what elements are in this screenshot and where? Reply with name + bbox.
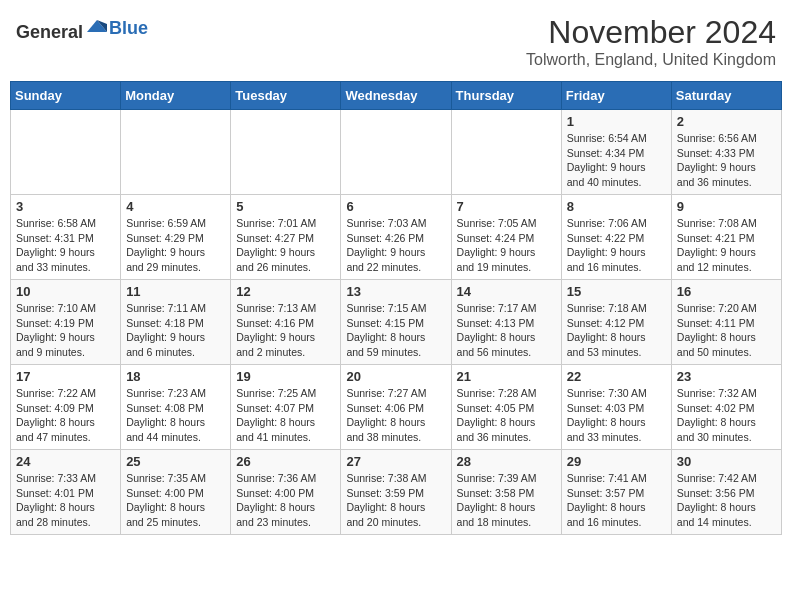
day-number: 30 [677,454,776,469]
logo-icon [85,14,109,38]
day-info: Sunrise: 7:11 AM Sunset: 4:18 PM Dayligh… [126,301,225,360]
calendar-cell: 10Sunrise: 7:10 AM Sunset: 4:19 PM Dayli… [11,280,121,365]
calendar-cell: 14Sunrise: 7:17 AM Sunset: 4:13 PM Dayli… [451,280,561,365]
day-number: 14 [457,284,556,299]
day-info: Sunrise: 7:27 AM Sunset: 4:06 PM Dayligh… [346,386,445,445]
day-info: Sunrise: 7:17 AM Sunset: 4:13 PM Dayligh… [457,301,556,360]
day-info: Sunrise: 7:13 AM Sunset: 4:16 PM Dayligh… [236,301,335,360]
calendar-cell: 6Sunrise: 7:03 AM Sunset: 4:26 PM Daylig… [341,195,451,280]
day-info: Sunrise: 7:33 AM Sunset: 4:01 PM Dayligh… [16,471,115,530]
day-number: 5 [236,199,335,214]
day-info: Sunrise: 7:41 AM Sunset: 3:57 PM Dayligh… [567,471,666,530]
day-number: 25 [126,454,225,469]
day-number: 4 [126,199,225,214]
day-number: 6 [346,199,445,214]
calendar-cell: 1Sunrise: 6:54 AM Sunset: 4:34 PM Daylig… [561,110,671,195]
day-number: 28 [457,454,556,469]
calendar-cell: 3Sunrise: 6:58 AM Sunset: 4:31 PM Daylig… [11,195,121,280]
page-header: General Blue November 2024 Tolworth, Eng… [10,10,782,73]
col-header-tuesday: Tuesday [231,82,341,110]
day-info: Sunrise: 7:10 AM Sunset: 4:19 PM Dayligh… [16,301,115,360]
calendar-cell: 11Sunrise: 7:11 AM Sunset: 4:18 PM Dayli… [121,280,231,365]
calendar-table: SundayMondayTuesdayWednesdayThursdayFrid… [10,81,782,535]
day-info: Sunrise: 7:32 AM Sunset: 4:02 PM Dayligh… [677,386,776,445]
day-number: 20 [346,369,445,384]
calendar-cell: 16Sunrise: 7:20 AM Sunset: 4:11 PM Dayli… [671,280,781,365]
calendar-cell [341,110,451,195]
day-info: Sunrise: 7:30 AM Sunset: 4:03 PM Dayligh… [567,386,666,445]
day-info: Sunrise: 7:35 AM Sunset: 4:00 PM Dayligh… [126,471,225,530]
day-number: 22 [567,369,666,384]
calendar-cell: 8Sunrise: 7:06 AM Sunset: 4:22 PM Daylig… [561,195,671,280]
logo-text: General [16,14,109,43]
calendar-cell: 22Sunrise: 7:30 AM Sunset: 4:03 PM Dayli… [561,365,671,450]
day-number: 15 [567,284,666,299]
calendar-cell: 30Sunrise: 7:42 AM Sunset: 3:56 PM Dayli… [671,450,781,535]
day-number: 12 [236,284,335,299]
calendar-cell: 4Sunrise: 6:59 AM Sunset: 4:29 PM Daylig… [121,195,231,280]
calendar-cell: 13Sunrise: 7:15 AM Sunset: 4:15 PM Dayli… [341,280,451,365]
day-number: 9 [677,199,776,214]
day-info: Sunrise: 7:23 AM Sunset: 4:08 PM Dayligh… [126,386,225,445]
title-area: November 2024 Tolworth, England, United … [526,14,776,69]
calendar-cell: 17Sunrise: 7:22 AM Sunset: 4:09 PM Dayli… [11,365,121,450]
week-row-1: 1Sunrise: 6:54 AM Sunset: 4:34 PM Daylig… [11,110,782,195]
day-info: Sunrise: 7:08 AM Sunset: 4:21 PM Dayligh… [677,216,776,275]
col-header-thursday: Thursday [451,82,561,110]
day-number: 26 [236,454,335,469]
day-number: 8 [567,199,666,214]
logo: General Blue [16,14,148,43]
calendar-cell: 28Sunrise: 7:39 AM Sunset: 3:58 PM Dayli… [451,450,561,535]
month-title: November 2024 [526,14,776,51]
calendar-cell: 15Sunrise: 7:18 AM Sunset: 4:12 PM Dayli… [561,280,671,365]
day-number: 16 [677,284,776,299]
calendar-cell [11,110,121,195]
calendar-cell: 23Sunrise: 7:32 AM Sunset: 4:02 PM Dayli… [671,365,781,450]
calendar-cell: 12Sunrise: 7:13 AM Sunset: 4:16 PM Dayli… [231,280,341,365]
logo-general: General [16,22,83,42]
day-number: 24 [16,454,115,469]
day-number: 18 [126,369,225,384]
day-number: 2 [677,114,776,129]
week-row-2: 3Sunrise: 6:58 AM Sunset: 4:31 PM Daylig… [11,195,782,280]
day-info: Sunrise: 7:38 AM Sunset: 3:59 PM Dayligh… [346,471,445,530]
day-number: 27 [346,454,445,469]
day-info: Sunrise: 7:36 AM Sunset: 4:00 PM Dayligh… [236,471,335,530]
day-info: Sunrise: 7:15 AM Sunset: 4:15 PM Dayligh… [346,301,445,360]
day-info: Sunrise: 7:20 AM Sunset: 4:11 PM Dayligh… [677,301,776,360]
week-row-3: 10Sunrise: 7:10 AM Sunset: 4:19 PM Dayli… [11,280,782,365]
calendar-cell: 5Sunrise: 7:01 AM Sunset: 4:27 PM Daylig… [231,195,341,280]
calendar-cell: 19Sunrise: 7:25 AM Sunset: 4:07 PM Dayli… [231,365,341,450]
calendar-header-row: SundayMondayTuesdayWednesdayThursdayFrid… [11,82,782,110]
calendar-cell: 26Sunrise: 7:36 AM Sunset: 4:00 PM Dayli… [231,450,341,535]
day-number: 23 [677,369,776,384]
calendar-cell: 9Sunrise: 7:08 AM Sunset: 4:21 PM Daylig… [671,195,781,280]
col-header-monday: Monday [121,82,231,110]
day-info: Sunrise: 7:01 AM Sunset: 4:27 PM Dayligh… [236,216,335,275]
day-number: 21 [457,369,556,384]
day-info: Sunrise: 7:06 AM Sunset: 4:22 PM Dayligh… [567,216,666,275]
day-number: 19 [236,369,335,384]
calendar-cell: 25Sunrise: 7:35 AM Sunset: 4:00 PM Dayli… [121,450,231,535]
calendar-cell: 21Sunrise: 7:28 AM Sunset: 4:05 PM Dayli… [451,365,561,450]
col-header-wednesday: Wednesday [341,82,451,110]
col-header-sunday: Sunday [11,82,121,110]
day-info: Sunrise: 6:56 AM Sunset: 4:33 PM Dayligh… [677,131,776,190]
day-number: 29 [567,454,666,469]
day-number: 3 [16,199,115,214]
day-info: Sunrise: 7:28 AM Sunset: 4:05 PM Dayligh… [457,386,556,445]
week-row-4: 17Sunrise: 7:22 AM Sunset: 4:09 PM Dayli… [11,365,782,450]
day-number: 11 [126,284,225,299]
calendar-cell: 24Sunrise: 7:33 AM Sunset: 4:01 PM Dayli… [11,450,121,535]
calendar-cell [231,110,341,195]
logo-blue: Blue [109,18,148,39]
calendar-cell [121,110,231,195]
calendar-cell: 18Sunrise: 7:23 AM Sunset: 4:08 PM Dayli… [121,365,231,450]
day-info: Sunrise: 7:25 AM Sunset: 4:07 PM Dayligh… [236,386,335,445]
location-title: Tolworth, England, United Kingdom [526,51,776,69]
day-number: 13 [346,284,445,299]
day-info: Sunrise: 7:39 AM Sunset: 3:58 PM Dayligh… [457,471,556,530]
day-info: Sunrise: 6:59 AM Sunset: 4:29 PM Dayligh… [126,216,225,275]
day-info: Sunrise: 7:05 AM Sunset: 4:24 PM Dayligh… [457,216,556,275]
day-info: Sunrise: 7:42 AM Sunset: 3:56 PM Dayligh… [677,471,776,530]
